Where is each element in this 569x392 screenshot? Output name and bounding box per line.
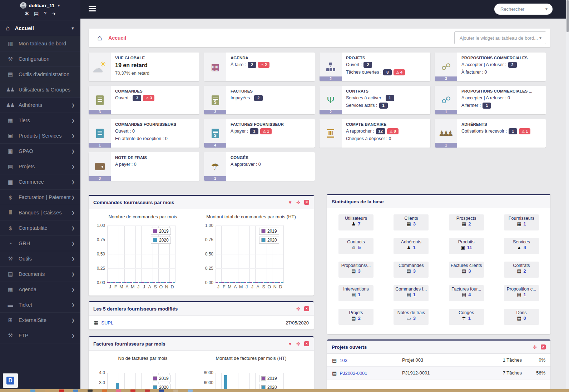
sidebar-item-ftp[interactable]: ⚒FTP❯ (0, 328, 80, 343)
widget-card[interactable]: ☂1CONGÉSA approuver : 0 (204, 152, 315, 181)
sidebar-item-outils[interactable]: ⚒Outils❯ (0, 251, 80, 267)
count-badge[interactable]: 1 (386, 95, 394, 101)
sidebar-item-externalsite[interactable]: ⊞ExternalSite❯ (0, 313, 80, 328)
stat-box-fournisseurs[interactable]: Fournisseurs▦1 (504, 214, 539, 230)
taskbar-app-icon[interactable] (73, 389, 78, 392)
taskbar-app-icon[interactable] (145, 389, 150, 392)
stat-box-proposition-c-[interactable]: Proposition c...▤1 (504, 285, 539, 301)
warning-badge[interactable]: 4 (394, 69, 405, 75)
count-badge[interactable]: 2 (254, 95, 263, 101)
move-icon[interactable]: ✜ (533, 344, 537, 350)
count-badge[interactable]: 8 (383, 69, 392, 75)
warning-badge[interactable]: 3 (143, 95, 154, 101)
sidebar-item-comptabilit-[interactable]: $Comptabilité❯ (0, 220, 80, 236)
search-input[interactable]: Rechercher ▼ (494, 4, 553, 15)
stat-box-projets[interactable]: Projets▤2 (338, 309, 373, 325)
scrollbar-thumb[interactable] (566, 0, 569, 32)
widget-card[interactable]: 3COMMANDESOuvert :33 (89, 86, 199, 114)
count-badge[interactable]: 1 (250, 128, 258, 134)
sidebar-item-configuration[interactable]: ⚒Configuration (0, 51, 80, 67)
move-icon[interactable]: ✜ (296, 200, 300, 205)
sidebar-item-commerce[interactable]: ▆Commerce❯ (0, 174, 80, 190)
widget-card[interactable]: 4FACTURES FOURNISSEURA payer :11 (204, 119, 315, 148)
stat-box-factures-clients[interactable]: Factures clients▤3 (449, 262, 484, 278)
warning-badge[interactable]: 2 (258, 62, 269, 68)
close-icon[interactable]: × (304, 200, 309, 205)
sidebar-item-documents[interactable]: ▤Documents❯ (0, 267, 80, 282)
supplier-link[interactable]: SUPL (101, 320, 113, 326)
count-badge[interactable]: 1 (509, 128, 517, 134)
stat-box-commandes[interactable]: Commandes▤3 (394, 262, 429, 278)
warning-badge[interactable]: 1 (519, 128, 530, 134)
stat-box-propositions-[interactable]: Propositions/...▤3 (338, 262, 373, 278)
sidebar-item-grh[interactable]: ◔GRH❯ (0, 236, 80, 251)
move-icon[interactable]: ✜ (296, 306, 300, 312)
stat-box-dons[interactable]: Dons▤0 (504, 309, 539, 325)
filter-icon[interactable]: ▼ (288, 200, 292, 205)
taskbar-app-icon[interactable] (30, 389, 35, 392)
widget-card[interactable]: ☀☁VUE GLOBALE19 en retard70,37% en retar… (89, 53, 199, 81)
project-link[interactable]: 103 (340, 358, 347, 363)
page-scrollbar[interactable] (566, 0, 569, 392)
hamburger-menu-icon[interactable] (89, 6, 96, 12)
close-icon[interactable]: × (304, 306, 309, 311)
sidebar-item-tiers[interactable]: ▦Tiers❯ (0, 113, 80, 128)
breadcrumb[interactable]: Accueil (108, 35, 126, 41)
sidebar-item-produits-services[interactable]: ▣Produits | Services❯ (0, 128, 80, 144)
taskbar-app-icon[interactable] (59, 389, 64, 392)
taskbar-app-icon[interactable] (188, 389, 193, 392)
sidebar-item-facturation-paiement[interactable]: $Facturation | Paiement❯ (0, 190, 80, 205)
sidebar-item-outils-d-administration[interactable]: ▤Outils d'administration (0, 67, 80, 82)
logout-icon[interactable]: ➔ (51, 11, 56, 16)
user-menu[interactable]: dolibarr_11 ▼ (0, 0, 80, 9)
taskbar-app-icon[interactable] (45, 389, 50, 392)
stat-box-clients[interactable]: Clients▦3 (394, 214, 429, 230)
widget-card[interactable]: ☍1PROPOSITIONS COMMERCIALES ...A accepte… (435, 86, 546, 114)
taskbar-app-icon[interactable] (102, 389, 107, 392)
widget-card[interactable]: 2PROJETSOuvert :2Tâches ouvertes :84 (320, 53, 430, 81)
sidebar-item-gpao[interactable]: ▣GPAO❯ (0, 144, 80, 159)
widget-card[interactable]: ⅢCOMPTE BANCAIREA rapprocher :128Chèques… (320, 119, 430, 148)
close-icon[interactable]: × (541, 344, 546, 349)
stat-box-adh-rents[interactable]: Adhérents♟1 (394, 238, 429, 254)
count-badge[interactable]: 2 (363, 62, 372, 68)
close-icon[interactable]: × (304, 341, 309, 346)
sidebar-item-ticket[interactable]: ▬Ticket❯ (0, 297, 80, 313)
printer-icon[interactable]: ▤ (34, 11, 39, 16)
widget-card[interactable]: 3FACTURESImpayées :2 (204, 86, 315, 114)
move-icon[interactable]: ✜ (296, 341, 300, 347)
sidebar-item-adh-rents[interactable]: ♟♟Adhérents❯ (0, 98, 80, 113)
widget-card[interactable]: 3NOTE DE FRAISA payer : 0 (89, 152, 199, 181)
stat-box-factures-four-[interactable]: Factures four...▤4 (449, 285, 484, 301)
sidebar-item-mon-tableau-de-bord[interactable]: ▥Mon tableau de bord (0, 36, 80, 51)
widget-card[interactable]: Ψ2CONTRATSServices à activer :1Services … (320, 86, 430, 114)
warning-badge[interactable]: 8 (387, 128, 399, 134)
stat-box-notes-de-frais[interactable]: Notes de frais▭3 (394, 309, 429, 325)
widget-card[interactable]: ♟♟♟1ADHÉRENTSCotisations à recevoir :11 (435, 119, 546, 148)
stat-box-utilisateurs[interactable]: Utilisateurs♟7 (338, 214, 373, 230)
project-link[interactable]: PJ2002-0001 (340, 371, 367, 376)
stat-box-commandes-f-[interactable]: Commandes f...▤1 (394, 285, 429, 301)
widget-card[interactable]: ▦AGENDAÀ faire :22 (204, 53, 315, 81)
stat-box-prospects[interactable]: Prospects▦2 (449, 214, 484, 230)
taskbar-app-icon[interactable] (130, 389, 135, 392)
count-badge[interactable]: 2 (248, 62, 256, 68)
stat-box-cong-s[interactable]: Congés☂1 (449, 309, 484, 325)
taskbar-app-icon[interactable] (173, 389, 178, 392)
count-badge[interactable]: 3 (133, 95, 141, 101)
widget-card[interactable]: 1COMMANDES FOURNISSEURSOuvert : 0En atte… (89, 119, 199, 148)
sidebar-item-agenda[interactable]: ▦Agenda❯ (0, 282, 80, 297)
stat-box-contrats[interactable]: Contrats▤2 (504, 262, 539, 278)
sidebar-item-utilisateurs-groupes[interactable]: ♟♟Utilisateurs & Groupes (0, 82, 80, 98)
stat-box-interventions[interactable]: Interventions▤1 (338, 285, 373, 301)
help-icon[interactable]: ? (44, 11, 46, 16)
sidebar-item-projets[interactable]: ▤Projets❯ (0, 159, 80, 174)
filter-icon[interactable]: ▼ (288, 341, 292, 347)
bug-icon[interactable]: ✱ (25, 11, 29, 16)
warning-badge[interactable]: 1 (260, 128, 272, 134)
count-badge[interactable]: 1 (483, 103, 491, 109)
count-badge[interactable]: 1 (379, 103, 388, 109)
taskbar-app-icon[interactable] (88, 389, 93, 392)
widget-card[interactable]: ☍3PROPOSITIONS COMMERCIALESA accepter | … (435, 53, 546, 81)
taskbar-app-icon[interactable] (116, 389, 121, 392)
